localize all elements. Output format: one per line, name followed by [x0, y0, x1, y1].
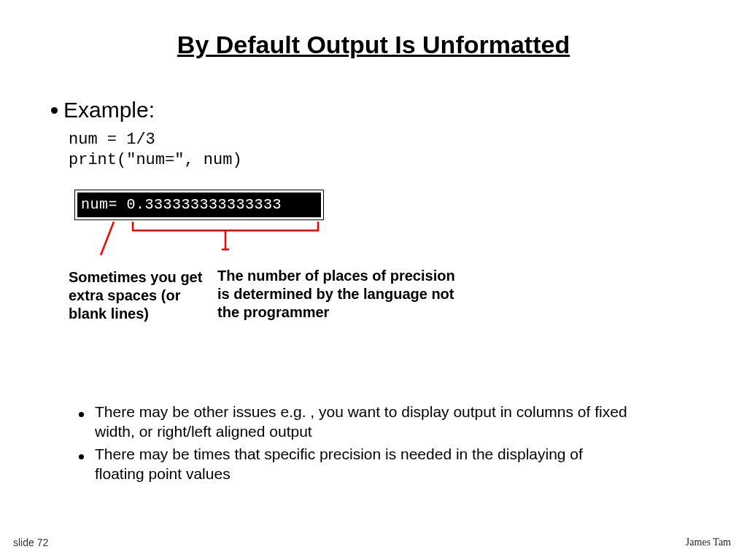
- example-label: Example:: [63, 98, 155, 122]
- sub-bullet-text: There may be other issues e.g. , you wan…: [95, 402, 633, 442]
- author-name: James Tam: [686, 537, 731, 548]
- list-item: There may be times that specific precisi…: [79, 445, 633, 484]
- list-item: There may be other issues e.g. , you wan…: [79, 402, 633, 442]
- callout-right: The number of places of precision is det…: [217, 267, 458, 322]
- bullet-icon: [51, 107, 58, 114]
- bullet-icon: [79, 412, 84, 417]
- callout-left: Sometimes you get extra spaces (or blank…: [69, 268, 207, 323]
- page-title: By Default Output Is Unformatted: [0, 31, 747, 59]
- code-block: num = 1/3 print("num=", num): [69, 130, 242, 170]
- bracket-line: [133, 222, 318, 230]
- example-heading: Example:: [51, 98, 155, 122]
- bullet-icon: [79, 454, 84, 459]
- arrow-line-left: [101, 222, 114, 255]
- slide-number: slide 72: [13, 537, 48, 548]
- slide: By Default Output Is Unformatted Example…: [0, 0, 747, 560]
- annotation-lines: [70, 187, 333, 260]
- sub-bullet-text: There may be times that specific precisi…: [95, 445, 633, 484]
- sub-bullets: There may be other issues e.g. , you wan…: [79, 402, 633, 487]
